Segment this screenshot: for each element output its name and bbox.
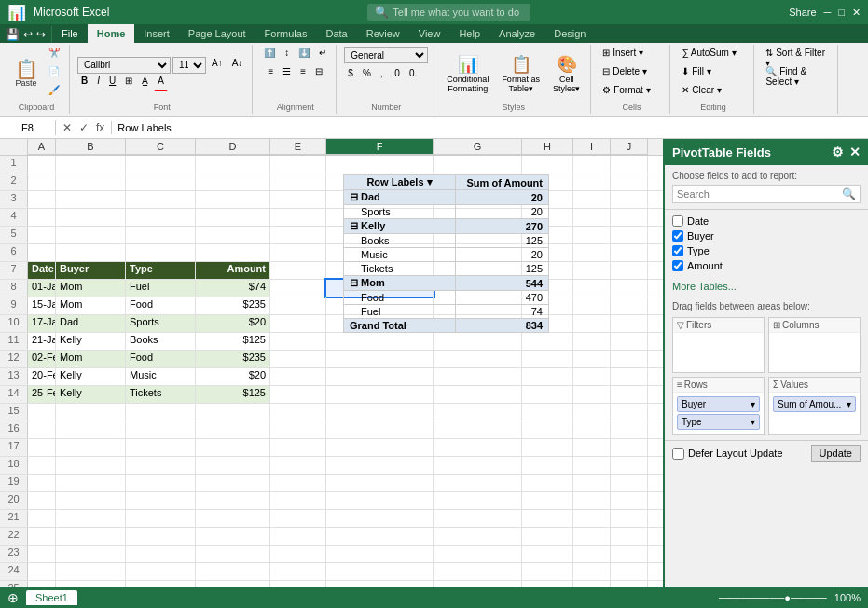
comma-btn[interactable]: , xyxy=(377,67,387,84)
tab-design[interactable]: Design xyxy=(544,24,595,43)
qa-undo[interactable]: ↩ xyxy=(23,28,33,41)
add-sheet-btn[interactable]: ⊕ xyxy=(7,590,19,605)
align-bottom-btn[interactable]: ⬇️ xyxy=(295,47,313,63)
tab-formulas[interactable]: Formulas xyxy=(255,24,317,43)
qa-save[interactable]: 💾 xyxy=(6,28,20,41)
columns-area[interactable]: ⊞ Columns xyxy=(768,317,861,373)
percent-btn[interactable]: % xyxy=(359,67,375,84)
increase-font-btn[interactable]: A↑ xyxy=(208,57,227,74)
tab-file[interactable]: File xyxy=(52,24,88,43)
zoom-slider[interactable]: ─────────●───── xyxy=(719,592,827,603)
qa-redo[interactable]: ↪ xyxy=(36,28,46,41)
update-button[interactable]: Update xyxy=(811,445,861,462)
cell-styles-btn[interactable]: 🎨 CellStyles▾ xyxy=(548,51,586,96)
field-checkbox-amount[interactable] xyxy=(672,260,683,271)
align-center-btn[interactable]: ☰ xyxy=(279,65,295,82)
rows-drag-item[interactable]: Type▾ xyxy=(677,414,760,430)
decrease-font-btn[interactable]: A↓ xyxy=(228,57,247,74)
font-color-button[interactable]: A xyxy=(154,75,168,91)
format-as-table-btn[interactable]: 📋 Format asTable▾ xyxy=(497,51,544,96)
confirm-formula-btn[interactable]: ✓ xyxy=(76,121,91,134)
rows-drag-item[interactable]: Buyer▾ xyxy=(677,396,760,412)
sheet-tab-sheet1[interactable]: Sheet1 xyxy=(26,590,77,605)
col-header-j[interactable]: J xyxy=(611,139,648,155)
col-header-b[interactable]: B xyxy=(56,139,126,155)
share-button[interactable]: Share xyxy=(789,7,816,18)
fill-color-button[interactable]: A̲ xyxy=(138,75,152,91)
find-select-btn[interactable]: 🔍 Find & Select ▾ xyxy=(762,65,832,82)
delete-btn[interactable]: ⊟ Delete ▾ xyxy=(599,65,664,82)
rows-item-arrow[interactable]: ▾ xyxy=(751,417,755,427)
tab-review[interactable]: Review xyxy=(357,24,409,43)
font-size-select[interactable]: 11 xyxy=(172,57,206,74)
values-drag-item[interactable]: Sum of Amou...▾ xyxy=(773,396,856,412)
table-row: 12 02-Feb Mom Food $235 xyxy=(0,351,663,368)
insert-function-btn[interactable]: fx xyxy=(93,121,107,134)
italic-button[interactable]: I xyxy=(93,75,103,91)
tab-analyze[interactable]: Analyze xyxy=(489,24,544,43)
filters-area[interactable]: ▽ Filters xyxy=(672,317,765,373)
col-header-h[interactable]: H xyxy=(522,139,573,155)
wrap-text-btn[interactable]: ↵ xyxy=(315,47,330,63)
format-btn[interactable]: ⚙ Format ▾ xyxy=(599,84,664,101)
tab-insert[interactable]: Insert xyxy=(134,24,179,43)
cancel-formula-btn[interactable]: ✕ xyxy=(60,121,75,134)
field-checkbox-date[interactable] xyxy=(672,215,683,227)
format-painter-button[interactable]: 🖌️ xyxy=(45,84,63,101)
paste-button[interactable]: 📋 Paste xyxy=(9,57,43,90)
more-tables-link[interactable]: More Tables... xyxy=(665,277,868,296)
cut-button[interactable]: ✂️ xyxy=(45,47,63,63)
col-header-e[interactable]: E xyxy=(270,139,326,155)
bold-button[interactable]: B xyxy=(77,75,91,91)
col-header-d[interactable]: D xyxy=(196,139,270,155)
cell-reference[interactable]: F8 xyxy=(0,120,56,135)
defer-checkbox[interactable] xyxy=(672,448,684,460)
panel-close-button[interactable]: ✕ xyxy=(849,145,861,159)
col-header-f[interactable]: F xyxy=(326,139,434,155)
fields-search-input[interactable] xyxy=(677,188,842,200)
tell-me-search[interactable]: 🔍 xyxy=(367,4,530,21)
conditional-formatting-btn[interactable]: 📊 ConditionalFormatting xyxy=(442,51,493,96)
values-item-arrow[interactable]: ▾ xyxy=(847,399,851,409)
border-button[interactable]: ⊞ xyxy=(121,75,136,91)
tab-help[interactable]: Help xyxy=(449,24,489,43)
underline-button[interactable]: U xyxy=(105,75,119,91)
copy-button[interactable]: 📄 xyxy=(45,65,63,82)
number-format-select[interactable]: General Number Currency xyxy=(344,47,428,63)
fill-btn[interactable]: ⬇ Fill ▾ xyxy=(678,65,748,82)
col-header-a[interactable]: A xyxy=(28,139,56,155)
insert-btn[interactable]: ⊞ Insert ▾ xyxy=(599,47,664,63)
tab-pagelayout[interactable]: Page Layout xyxy=(179,24,255,43)
align-middle-btn[interactable]: ↕ xyxy=(281,47,293,63)
window-min[interactable]: ─ xyxy=(824,7,832,18)
merge-btn[interactable]: ⊟ xyxy=(311,65,326,82)
tab-data[interactable]: Data xyxy=(316,24,356,43)
col-header-i[interactable]: I xyxy=(573,139,611,155)
tell-me-input[interactable] xyxy=(393,7,523,18)
sort-filter-btn[interactable]: ⇅ Sort & Filter ▾ xyxy=(762,47,832,63)
col-header-g[interactable]: G xyxy=(434,139,522,155)
formula-input[interactable] xyxy=(112,120,868,135)
rows-area[interactable]: ≡ Rows Buyer▾Type▾ xyxy=(672,377,765,435)
col-header-c[interactable]: C xyxy=(126,139,196,155)
align-left-btn[interactable]: ≡ xyxy=(265,65,278,82)
field-checkbox-type[interactable] xyxy=(672,245,683,256)
window-close[interactable]: ✕ xyxy=(852,7,861,19)
pivot-sub-row: Fuel 74 xyxy=(344,305,549,319)
rows-item-arrow[interactable]: ▾ xyxy=(751,399,755,409)
align-right-btn[interactable]: ≡ xyxy=(296,65,310,82)
window-max[interactable]: □ xyxy=(838,7,845,18)
panel-settings-icon[interactable]: ⚙ xyxy=(832,145,844,159)
tab-view[interactable]: View xyxy=(409,24,450,43)
dec-inc-btn[interactable]: .0 xyxy=(389,67,404,84)
align-top-btn[interactable]: ⬆️ xyxy=(260,47,279,63)
values-area[interactable]: Σ Values Sum of Amou...▾ xyxy=(768,377,861,435)
tab-home[interactable]: Home xyxy=(88,24,135,43)
autosum-btn[interactable]: ∑ AutoSum ▾ xyxy=(678,47,748,63)
clear-btn[interactable]: ✕ Clear ▾ xyxy=(678,84,748,101)
field-checkbox-buyer[interactable] xyxy=(672,230,683,242)
font-name-select[interactable]: Calibri xyxy=(77,57,171,74)
currency-btn[interactable]: $ xyxy=(344,67,357,84)
fields-search-box[interactable]: 🔍 xyxy=(672,185,861,203)
dec-dec-btn[interactable]: 0. xyxy=(406,67,420,84)
